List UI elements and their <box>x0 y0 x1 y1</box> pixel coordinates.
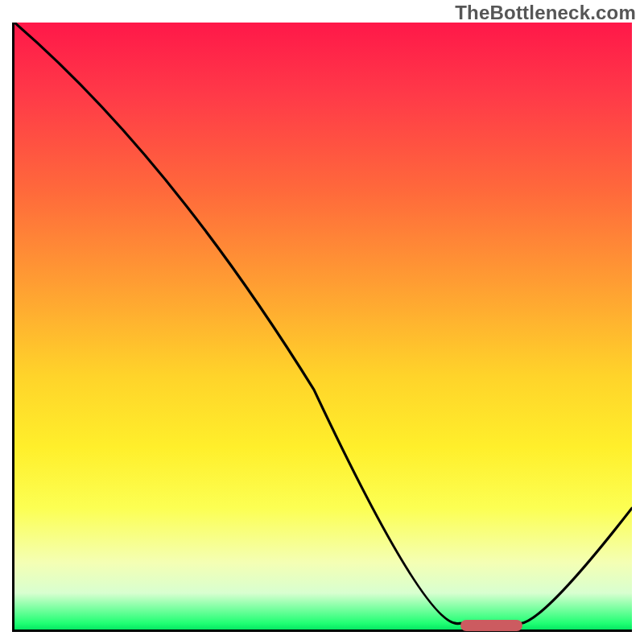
optimal-range-marker <box>460 620 522 631</box>
plot-area <box>12 23 632 632</box>
chart-stage: TheBottleneck.com <box>0 0 644 644</box>
watermark-text: TheBottleneck.com <box>455 2 636 24</box>
bottleneck-curve <box>14 23 632 630</box>
